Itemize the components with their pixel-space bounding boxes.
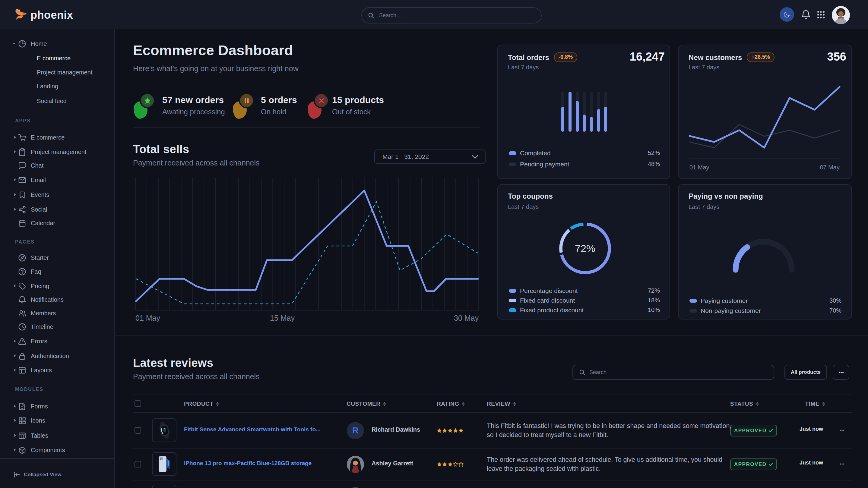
- svg-text:01 May: 01 May: [135, 314, 160, 322]
- svg-text:01 May: 01 May: [689, 164, 709, 171]
- svg-text:07 May: 07 May: [820, 164, 840, 171]
- svg-text:72%: 72%: [575, 242, 595, 254]
- svg-text:15 May: 15 May: [270, 314, 294, 322]
- svg-text:30 May: 30 May: [454, 314, 478, 322]
